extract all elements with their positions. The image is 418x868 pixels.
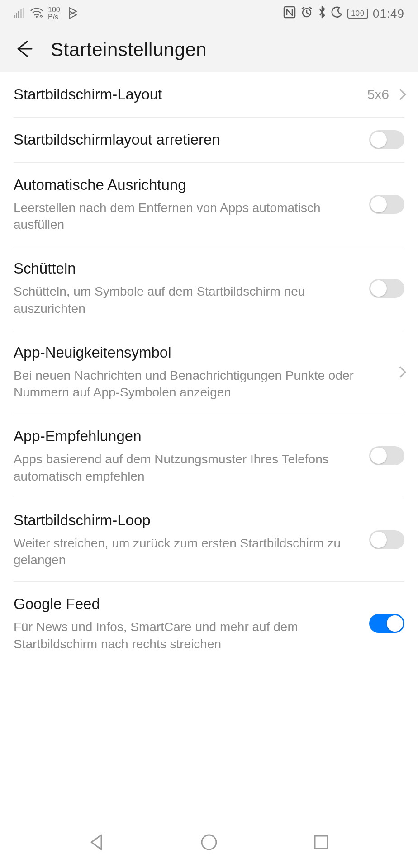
svg-rect-3 [20,9,22,18]
row-text: App-Neuigkeitensymbol Bei neuen Nachrich… [14,343,385,401]
status-right: 100 01:49 [283,5,404,22]
row-title: Startbildschirm-Layout [14,85,356,104]
alarm-icon [300,6,313,22]
chevron-right-icon [394,89,406,100]
nav-back-button[interactable] [87,832,107,852]
row-right: 5x6 [367,87,404,102]
row-title: App-Neuigkeitensymbol [14,343,385,363]
row-text: Startbildschirmlayout arretieren [14,130,358,150]
nav-recent-button[interactable] [311,832,331,852]
row-text: Automatische Ausrichtung Leerstellen nac… [14,175,358,233]
play-protect-icon [67,7,78,20]
row-auto-align: Automatische Ausrichtung Leerstellen nac… [14,163,404,246]
status-left: 100 B/s [14,6,78,21]
svg-rect-9 [315,836,328,849]
battery-level: 100 [351,10,365,17]
page-title: Starteinstellungen [51,39,207,61]
row-subtitle: Für News und Infos, SmartCare und mehr a… [14,618,358,653]
row-subtitle: Weiter streichen, um zurück zum ersten S… [14,535,358,569]
switch-app-recommendations[interactable] [369,446,404,465]
row-title: Automatische Ausrichtung [14,175,358,195]
svg-point-8 [202,835,216,849]
row-subtitle: Bei neuen Nachrichten und Benachrichtigu… [14,367,385,401]
row-text: Google Feed Für News und Infos, SmartCar… [14,594,358,652]
row-lock-layout: Startbildschirmlayout arretieren [14,118,404,163]
row-text: Startbildschirm-Loop Weiter streichen, u… [14,511,358,569]
bluetooth-icon [318,5,327,22]
svg-rect-2 [18,11,19,18]
svg-rect-0 [14,15,15,18]
row-app-recommendations: App-Empfehlungen Apps basierend auf dem … [14,414,404,498]
switch-google-feed[interactable] [369,614,404,633]
row-app-badge[interactable]: App-Neuigkeitensymbol Bei neuen Nachrich… [14,330,404,414]
switch-home-loop[interactable] [369,530,404,549]
speed-bottom: B/s [48,14,60,21]
navigation-bar [0,816,418,868]
battery-icon: 100 [347,9,368,19]
signal-icon [14,8,25,19]
speed-top: 100 [48,6,60,14]
row-title: Schütteln [14,259,358,278]
svg-rect-1 [16,13,17,18]
status-bar: 100 B/s 100 01:49 [0,0,418,27]
wifi-icon [30,7,43,20]
row-home-loop: Startbildschirm-Loop Weiter streichen, u… [14,498,404,582]
row-text: Startbildschirm-Layout [14,85,356,104]
row-subtitle: Leerstellen nach dem Entfernen von Apps … [14,199,358,234]
settings-list: Startbildschirm-Layout 5x6 Startbildschi… [0,72,418,665]
back-button[interactable] [14,39,33,61]
nfc-icon [283,6,296,22]
row-title: Google Feed [14,594,358,614]
switch-lock-layout[interactable] [369,130,404,149]
row-text: App-Empfehlungen Apps basierend auf dem … [14,427,358,485]
svg-rect-4 [23,8,24,18]
row-subtitle: Apps basierend auf dem Nutzungsmuster Ih… [14,451,358,485]
row-title: Startbildschirmlayout arretieren [14,130,358,150]
row-home-layout[interactable]: Startbildschirm-Layout 5x6 [14,72,404,118]
row-right [396,368,404,376]
row-google-feed: Google Feed Für News und Infos, SmartCar… [14,582,404,665]
svg-point-5 [36,16,38,18]
switch-shake[interactable] [369,279,404,298]
row-title: Startbildschirm-Loop [14,511,358,530]
nav-home-button[interactable] [199,832,219,852]
switch-auto-align[interactable] [369,195,404,214]
app-bar: Starteinstellungen [0,27,418,72]
dnd-moon-icon [331,6,343,21]
network-speed: 100 B/s [48,6,60,21]
row-title: App-Empfehlungen [14,427,358,446]
row-shake: Schütteln Schütteln, um Symbole auf dem … [14,246,404,330]
row-value: 5x6 [367,87,389,102]
chevron-right-icon [394,366,406,377]
clock: 01:49 [373,7,404,21]
row-subtitle: Schütteln, um Symbole auf dem Startbilds… [14,283,358,317]
row-text: Schütteln Schütteln, um Symbole auf dem … [14,259,358,317]
